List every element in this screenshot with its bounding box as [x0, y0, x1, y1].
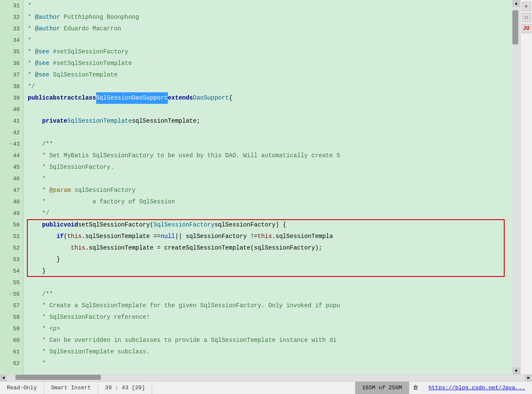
code-line[interactable]: * @see SqlSessionTemplate	[28, 69, 512, 81]
code-line[interactable]: /**	[28, 138, 512, 150]
status-bar: Read-Only Smart Insert 39 : 43 [20] 165M…	[0, 381, 532, 394]
line-number: 62	[0, 358, 20, 369]
line-number: 37	[0, 69, 20, 81]
line-number: 50	[0, 219, 20, 231]
line-number: 61	[0, 346, 20, 358]
code-line[interactable]: * SqlSessionFactory.	[28, 162, 512, 173]
code-area[interactable]: * * @author Putthiphong Boonphong * @aut…	[24, 0, 512, 374]
code-line[interactable]	[28, 277, 512, 288]
panel-icon-1[interactable]: ≡	[522, 2, 531, 11]
line-number: 60	[0, 335, 20, 346]
line-number: 41	[0, 115, 20, 127]
code-line[interactable]: *	[28, 35, 512, 46]
code-line[interactable]: *	[28, 0, 512, 12]
scroll-h-thumb[interactable]	[15, 375, 101, 380]
code-line[interactable]: * Create a SqlSessionTemplate for the gi…	[28, 300, 512, 312]
code-line[interactable]: * Can be overridden in subclasses to pro…	[28, 335, 512, 346]
scroll-down-arrow[interactable]: ▼	[512, 368, 520, 374]
code-line[interactable]: * @author Eduardo Macarron	[28, 23, 512, 35]
code-line[interactable]: }	[28, 254, 512, 265]
line-number: 38	[0, 81, 20, 92]
code-line[interactable]: public abstract class SqlSessionDaoSuppo…	[28, 92, 512, 104]
line-number: 52	[0, 242, 20, 254]
line-number: 34	[0, 35, 20, 46]
code-editor: 313233343536373839404142−434445464748495…	[0, 0, 532, 374]
code-line[interactable]: this.sqlSessionTemplate = createSqlSessi…	[28, 242, 512, 254]
line-number: 57	[0, 300, 20, 312]
line-number: 31	[0, 0, 20, 12]
status-memory: 165M of 256M	[355, 382, 409, 394]
code-line[interactable]: * @param sqlSessionFactory	[28, 185, 512, 196]
code-line[interactable]: */	[28, 81, 512, 92]
status-position: 39 : 43 [20]	[98, 382, 153, 394]
status-mode: Read-Only	[0, 382, 44, 394]
line-number: 44	[0, 150, 20, 162]
right-panel: ≡ □ JU	[520, 0, 532, 374]
code-line[interactable]: * SqlSessionFactory reference!	[28, 312, 512, 323]
line-number: 47	[0, 185, 20, 196]
code-line[interactable]: * Set MyBatis SqlSessionFactory to be us…	[28, 150, 512, 162]
status-insert: Smart Insert	[44, 382, 98, 394]
scroll-up-arrow[interactable]: ▲	[512, 0, 520, 7]
code-line[interactable]: * a factory of SqlSession	[28, 196, 512, 208]
panel-icon-3[interactable]: JU	[522, 24, 531, 33]
horizontal-scrollbar[interactable]: ◄ ►	[0, 374, 532, 381]
line-number: 53	[0, 254, 20, 265]
code-line[interactable]: * <p>	[28, 323, 512, 335]
scroll-left-arrow[interactable]: ◄	[0, 375, 7, 382]
code-line[interactable]: * SqlSessionTemplate subclass.	[28, 346, 512, 358]
code-line[interactable]: *	[28, 173, 512, 185]
status-url[interactable]: https://blog.csdn.net/Java...	[422, 382, 532, 394]
line-number: 45	[0, 162, 20, 173]
code-line[interactable]	[28, 104, 512, 115]
code-line[interactable]: *	[28, 358, 512, 369]
code-line[interactable]: * @see #setSqlSessionTemplate	[28, 58, 512, 69]
code-line[interactable]: * @see #setSqlSessionFactory	[28, 46, 512, 58]
code-line[interactable]: * @author Putthiphong Boonphong	[28, 12, 512, 23]
scroll-right-arrow[interactable]: ►	[525, 375, 532, 382]
line-number: 48	[0, 196, 20, 208]
scroll-thumb[interactable]	[512, 10, 518, 44]
line-number: 36	[0, 58, 20, 69]
line-number: 32	[0, 12, 20, 23]
line-number: 46	[0, 173, 20, 185]
code-line[interactable]: private SqlSessionTemplate sqlSessionTem…	[28, 115, 512, 127]
line-number: −43	[0, 138, 20, 150]
line-number: 40	[0, 104, 20, 115]
line-number: −56	[0, 288, 20, 300]
code-line[interactable]: if (this.sqlSessionTemplate == null || s…	[28, 231, 512, 242]
line-number: 39	[0, 92, 20, 104]
line-numbers: 313233343536373839404142−434445464748495…	[0, 0, 24, 374]
panel-icon-2[interactable]: □	[522, 13, 531, 22]
line-number: 51	[0, 231, 20, 242]
code-line[interactable]: public void setSqlSessionFactory(SqlSess…	[28, 219, 512, 231]
line-number: 58	[0, 312, 20, 323]
line-number: 49	[0, 208, 20, 219]
code-line[interactable]	[28, 127, 512, 138]
vertical-scrollbar[interactable]: ▲ ▼	[512, 0, 520, 374]
line-number: 59	[0, 323, 20, 335]
code-line[interactable]: /**	[28, 288, 512, 300]
line-number: 54	[0, 265, 20, 277]
line-number: 33	[0, 23, 20, 35]
line-number: 42	[0, 127, 20, 138]
code-line[interactable]: */	[28, 208, 512, 219]
code-line[interactable]: }	[28, 265, 512, 277]
line-number: 35	[0, 46, 20, 58]
line-number: 55	[0, 277, 20, 288]
status-trash[interactable]: 🗑	[409, 382, 422, 394]
